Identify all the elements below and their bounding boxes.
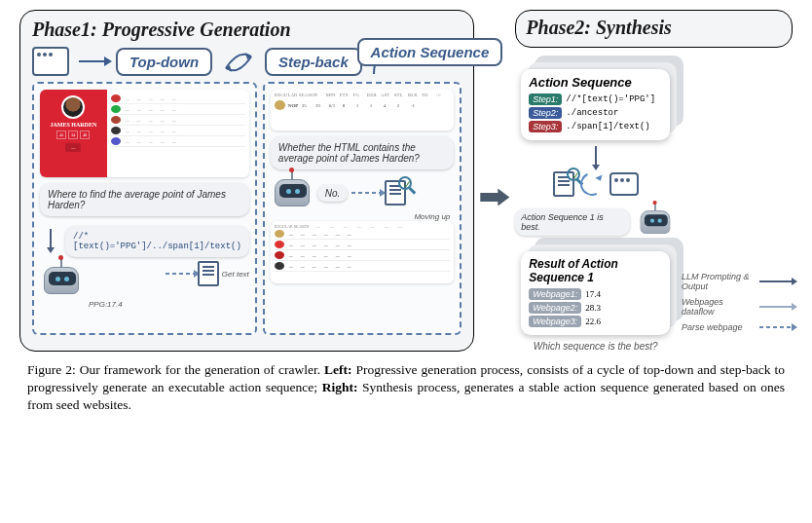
step3-label: Step3: <box>529 121 562 132</box>
browser-icon <box>32 47 69 76</box>
legend-llm: LLM Prompting & Output <box>682 272 793 291</box>
action-sequence-out: Action Sequence <box>357 38 503 66</box>
action-sequence-pill: Action Sequence <box>357 38 503 66</box>
phase1-panel: Phase1: Progressive Generation Top-down … <box>19 10 474 352</box>
phase2-header: Phase2: Synthesis <box>515 10 793 48</box>
robot-icon <box>637 205 673 239</box>
arrow-down-icon <box>50 229 52 248</box>
question-bubble-2: Whether the HTML contains the average po… <box>271 136 454 169</box>
result-card: Result of Action Sequence 1 Webpage1:17.… <box>521 251 670 335</box>
phase2-panel: Phase2: Synthesis Action Sequence Step1:… <box>515 10 793 352</box>
player-name: JAMES HARDEN <box>50 122 96 128</box>
player-avatar <box>61 95 85 119</box>
step2-code: ./ancestor <box>566 108 618 118</box>
document-icon <box>198 261 219 286</box>
figure-caption: Figure 2: Our framework for the generati… <box>19 361 793 415</box>
phase1-panels: JAMES HARDEN 453446 — ————— ————— ————— … <box>32 82 461 335</box>
phase2-title: Phase2: Synthesis <box>526 17 782 39</box>
dashed-arrow-icon <box>351 192 381 194</box>
robot-icon <box>40 261 83 300</box>
team-logo-icon <box>275 100 285 110</box>
browser-icon <box>609 172 639 196</box>
legend-webpages: Webpages dataflow <box>682 297 793 317</box>
xpath-bubble: //*[text()='PPG']/../span[1]/text() <box>65 226 249 257</box>
robot-row: Get text <box>40 261 249 300</box>
figure-root: Phase1: Progressive Generation Top-down … <box>19 10 793 352</box>
phase-transition-arrow-icon <box>480 189 509 206</box>
result-title: Result of Action Sequence 1 <box>529 257 662 284</box>
ppg-result: PPG:17.4 <box>89 300 249 309</box>
player-stats: 453446 <box>56 131 90 139</box>
card-title: Action Sequence <box>529 75 662 90</box>
step1-label: Step1: <box>529 93 562 105</box>
moving-up-label: Moving up <box>271 212 450 221</box>
legend: LLM Prompting & Output Webpages dataflow… <box>682 52 793 352</box>
player-button: — <box>65 143 81 152</box>
doc-search-icon: ✓ <box>553 171 574 197</box>
reg-season-label: REGULAR SEASON <box>275 93 323 97</box>
top-down-pill: Top-down <box>116 48 212 76</box>
which-best-label: Which sequence is the best? <box>515 341 676 352</box>
best-bubble: Action Sequence 1 is best. <box>515 208 629 236</box>
doc-search-icon: ✓ <box>385 180 406 205</box>
step-back-pill: Step-back <box>265 48 362 76</box>
no-bubble: No. <box>317 185 349 202</box>
webpage-mock: JAMES HARDEN 453446 — ————— ————— ————— … <box>40 90 249 177</box>
dashed-arrow-icon <box>166 273 195 275</box>
step3-code: ./span[1]/text() <box>566 122 649 131</box>
arrow-down-icon <box>595 146 597 166</box>
step2-label: Step2: <box>529 107 562 119</box>
legend-parse: Parse webpage <box>682 322 793 332</box>
action-sequence-card: Action Sequence Step1://*[text()='PPG'] … <box>521 69 670 140</box>
cycle-arrows-icon <box>222 47 255 76</box>
arrow-icon <box>79 60 106 62</box>
html-snippet-1: REGULAR SEASONMINPTSFGREBASTSTLBLKTO+/- … <box>271 90 454 131</box>
question-bubble: Where to find the average point of James… <box>40 183 249 216</box>
get-text-label: Get text <box>222 270 249 279</box>
top-down-panel: JAMES HARDEN 453446 — ————— ————— ————— … <box>32 82 257 335</box>
step1-code: //*[text()='PPG'] <box>566 94 655 104</box>
team-code: NOP <box>288 103 299 108</box>
player-sidebar: JAMES HARDEN 453446 — <box>40 90 107 177</box>
refresh-row: ✓ <box>515 171 676 197</box>
step-back-panel: REGULAR SEASONMINPTSFGREBASTSTLBLKTO+/- … <box>263 82 461 335</box>
html-snippet-2: REGULAR SEASON——————— —————— —————— ————… <box>271 221 454 283</box>
stats-table: ————— ————— ————— ————— ————— <box>107 90 249 177</box>
refresh-icon <box>576 169 607 200</box>
robot-icon <box>271 173 314 212</box>
